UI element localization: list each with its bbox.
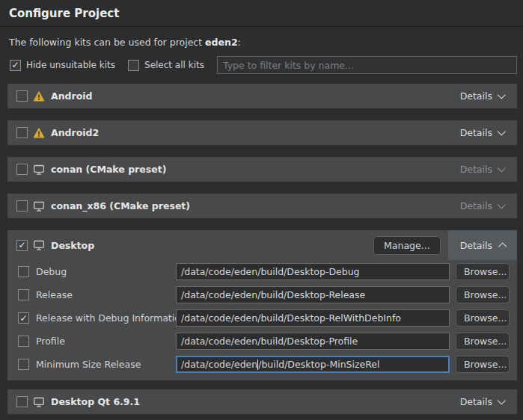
path-text-after-caret: /build/Desktop-MinSizeRel xyxy=(258,359,379,370)
details-label: Details xyxy=(460,164,492,175)
desktop-icon xyxy=(33,164,45,176)
chevron-down-icon xyxy=(498,164,506,172)
intro-after: : xyxy=(238,37,241,48)
hide-unsuitable-kits-checkbox-group[interactable]: ✓ Hide unsuitable kits xyxy=(10,60,115,71)
chevron-down-icon xyxy=(498,90,506,99)
details-label: Details xyxy=(460,127,492,138)
select-all-kits-checkbox-group[interactable]: Select all kits xyxy=(128,60,204,71)
build-dir-input-release[interactable] xyxy=(176,286,450,303)
details-label: Details xyxy=(460,200,492,211)
browse-button-debug[interactable]: Browse... xyxy=(456,263,510,280)
intro-before: The following kits can be used for proje… xyxy=(9,37,205,48)
kit-row-desktop[interactable]: ✓ Desktop Manage... Details xyxy=(7,230,517,260)
kit-name: Android xyxy=(51,90,93,102)
build-config-checkbox-debug[interactable] xyxy=(18,266,29,277)
build-dir-input-relwithdebinfo[interactable] xyxy=(176,309,450,327)
details-label: Details xyxy=(460,90,492,102)
kit-name: Desktop xyxy=(51,240,94,251)
chevron-up-icon xyxy=(498,242,507,250)
check-icon: ✓ xyxy=(18,241,25,250)
kit-panel-desktop: ✓ Desktop Manage... Details Debug Browse… xyxy=(7,230,517,380)
build-config-label: Profile xyxy=(36,336,176,347)
browse-button-minsizerel[interactable]: Browse... xyxy=(456,356,510,373)
page-title: Configure Project xyxy=(0,0,523,27)
kit-row-conan-x86[interactable]: conan_x86 (CMake preset) Details xyxy=(7,194,517,218)
kit-checkbox-android[interactable] xyxy=(16,90,28,102)
kit-row-conan[interactable]: conan (CMake preset) Details xyxy=(7,157,517,182)
chevron-down-icon xyxy=(498,127,506,135)
build-config-label: Release with Debug Information xyxy=(36,312,176,324)
build-dir-input-debug[interactable] xyxy=(176,263,450,280)
kit-row-android2[interactable]: Android2 Details xyxy=(7,120,517,145)
check-icon: ✓ xyxy=(19,314,27,323)
build-config-checkbox-relwithdebinfo[interactable]: ✓ xyxy=(18,312,29,324)
select-all-kits-checkbox[interactable] xyxy=(128,60,139,71)
details-button-android2[interactable]: Details xyxy=(459,127,507,138)
hide-unsuitable-kits-checkbox[interactable]: ✓ xyxy=(10,60,21,71)
details-button-desktop[interactable]: Details xyxy=(459,240,507,251)
build-config-row-relwithdebinfo: ✓ Release with Debug Information Browse.… xyxy=(7,306,517,330)
kit-checkbox-android2[interactable] xyxy=(16,127,28,138)
desktop-icon xyxy=(33,239,45,251)
warning-icon xyxy=(33,127,45,139)
build-dir-input-minsizerel[interactable]: /data/code/eden/build/Desktop-MinSizeRel xyxy=(176,356,450,373)
build-config-row-profile: Profile Browse... xyxy=(7,330,517,353)
select-all-kits-label: Select all kits xyxy=(144,60,204,70)
details-button-android[interactable]: Details xyxy=(459,90,507,102)
details-label: Details xyxy=(460,240,492,251)
build-config-label: Release xyxy=(36,289,176,300)
kit-checkbox-desktop-qt-691[interactable] xyxy=(16,396,28,407)
desktop-icon xyxy=(33,396,45,408)
kit-name: Desktop Qt 6.9.1 xyxy=(51,396,140,407)
build-config-checkbox-profile[interactable] xyxy=(18,336,29,347)
kit-filter-input[interactable] xyxy=(217,56,517,74)
hide-unsuitable-kits-label: Hide unsuitable kits xyxy=(26,60,115,70)
build-dir-input-profile[interactable] xyxy=(176,333,450,350)
kit-name: conan (CMake preset) xyxy=(51,164,166,175)
build-config-label: Debug xyxy=(36,266,176,277)
desktop-icon xyxy=(33,200,45,212)
build-config-row-release: Release Browse... xyxy=(7,283,517,306)
details-button-conan[interactable]: Details xyxy=(459,164,507,175)
intro-text: The following kits can be used for proje… xyxy=(9,37,514,48)
details-label: Details xyxy=(460,396,492,407)
kit-name: Android2 xyxy=(51,127,99,138)
kit-checkbox-conan[interactable] xyxy=(16,164,28,175)
details-button-conan-x86[interactable]: Details xyxy=(459,200,507,211)
build-config-label: Minimum Size Release xyxy=(36,359,176,370)
kit-row-android[interactable]: Android Details xyxy=(7,84,517,108)
kit-row-desktop-qt-691[interactable]: Desktop Qt 6.9.1 Details xyxy=(7,389,517,414)
build-config-checkbox-release[interactable] xyxy=(18,289,29,300)
chevron-down-icon xyxy=(498,200,506,209)
details-highlight: Details xyxy=(448,230,517,260)
kit-name: conan_x86 (CMake preset) xyxy=(51,200,190,211)
path-text-before-caret: /data/code/eden xyxy=(181,359,257,370)
warning-icon xyxy=(33,90,45,102)
kit-filter-bar: ✓ Hide unsuitable kits Select all kits xyxy=(10,56,517,74)
browse-button-release[interactable]: Browse... xyxy=(456,286,510,303)
details-button-desktop-qt-691[interactable]: Details xyxy=(459,396,507,407)
check-icon: ✓ xyxy=(11,61,19,70)
manage-kits-button[interactable]: Manage... xyxy=(373,236,441,255)
browse-button-relwithdebinfo[interactable]: Browse... xyxy=(456,309,510,327)
project-name: eden2 xyxy=(205,37,238,48)
kit-checkbox-desktop[interactable]: ✓ xyxy=(16,240,28,251)
chevron-down-icon xyxy=(498,396,506,404)
build-config-checkbox-minsizerel[interactable] xyxy=(18,359,29,370)
browse-button-profile[interactable]: Browse... xyxy=(456,333,510,350)
build-config-row-minsizerel: Minimum Size Release /data/code/eden/bui… xyxy=(7,353,517,376)
build-config-row-debug: Debug Browse... xyxy=(7,260,517,283)
kit-checkbox-conan-x86[interactable] xyxy=(16,200,28,211)
